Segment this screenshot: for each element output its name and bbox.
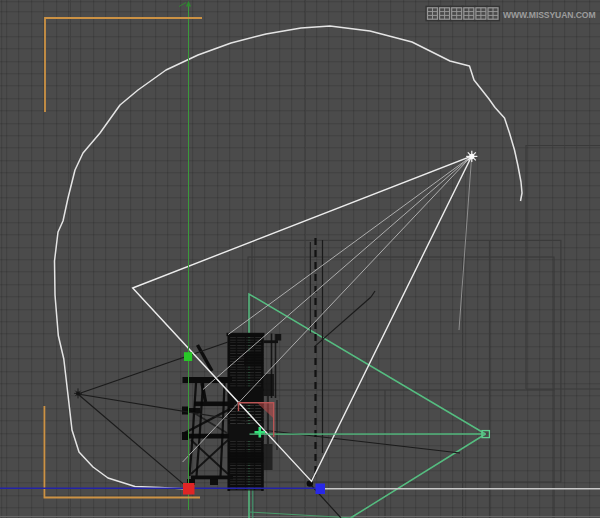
svg-text:WWW.MISSYUAN.COM: WWW.MISSYUAN.COM: [503, 10, 595, 20]
